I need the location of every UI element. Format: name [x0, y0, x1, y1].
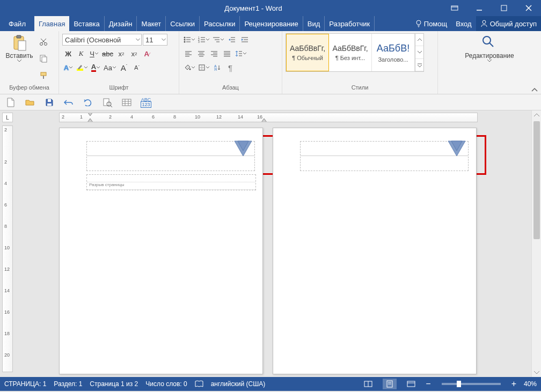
open-button[interactable]	[24, 96, 36, 109]
minimize-button[interactable]	[467, 0, 492, 16]
increase-indent-button[interactable]	[239, 34, 251, 46]
header-region[interactable]	[86, 141, 255, 171]
underline-button[interactable]: Ч	[88, 48, 100, 60]
scroll-up-button[interactable]	[532, 110, 541, 120]
share-button[interactable]: Общий доступ	[476, 16, 541, 31]
numbering-button[interactable]: 123	[197, 34, 210, 46]
show-marks-button[interactable]: ¶	[224, 62, 236, 73]
vertical-scrollbar[interactable]	[531, 110, 541, 377]
sign-in-button[interactable]: Вход	[451, 16, 476, 31]
style-normal[interactable]: АаБбВвГг, ¶ Обычный	[286, 34, 329, 71]
highlight-button[interactable]	[75, 62, 89, 73]
zoom-slider[interactable]	[442, 383, 501, 385]
line-spacing-button[interactable]	[234, 48, 247, 60]
tab-review[interactable]: Рецензирование	[240, 16, 303, 31]
scroll-down-button[interactable]	[532, 367, 541, 377]
page-1[interactable]: Разрыв страницы	[59, 128, 263, 374]
tab-mailings[interactable]: Рассылки	[200, 16, 240, 31]
insert-table-button[interactable]	[120, 96, 133, 109]
zoom-level[interactable]: 40%	[524, 380, 537, 388]
gallery-more-button[interactable]	[415, 59, 423, 71]
change-case-button[interactable]: Aa	[103, 62, 117, 73]
tab-insert[interactable]: Вставка	[69, 16, 104, 31]
redo-button[interactable]	[82, 96, 94, 109]
gallery-down-button[interactable]	[415, 46, 423, 58]
word-count-button[interactable]: ABC123	[140, 96, 152, 109]
table-row: Разрыв страницы	[87, 182, 255, 190]
subscript-button[interactable]: x2	[115, 48, 127, 60]
style-no-spacing[interactable]: АаБбВвГг, ¶ Без инт...	[329, 34, 372, 71]
font-name-select[interactable]: Calibri (Основной	[62, 34, 142, 46]
print-layout-button[interactable]	[383, 379, 397, 389]
sort-button[interactable]: AЯ	[211, 62, 223, 73]
copy-button[interactable]	[38, 53, 49, 64]
tell-me-button[interactable]: Помощ	[411, 16, 451, 31]
multilevel-icon	[213, 36, 220, 43]
maximize-button[interactable]	[492, 0, 516, 16]
tab-file[interactable]: Файл	[0, 16, 34, 31]
bold-button[interactable]: Ж	[62, 48, 74, 60]
status-language[interactable]: английский (США)	[211, 380, 265, 388]
tab-home[interactable]: Главная	[34, 16, 69, 31]
align-left-button[interactable]	[182, 48, 194, 60]
tab-selector[interactable]: L	[2, 113, 13, 122]
chevron-down-icon	[221, 39, 224, 41]
page-2[interactable]	[273, 128, 477, 374]
format-painter-button[interactable]	[38, 70, 49, 82]
clear-formatting-button[interactable]: A∕	[141, 48, 153, 60]
ribbon-display-options-button[interactable]	[442, 0, 467, 16]
status-page-of[interactable]: Страница 1 из 2	[90, 380, 138, 388]
align-center-icon	[198, 50, 205, 57]
align-right-button[interactable]	[208, 48, 220, 60]
ruler-num: 2	[109, 114, 112, 120]
web-layout-button[interactable]	[404, 379, 418, 389]
cut-button[interactable]	[38, 36, 49, 48]
close-button[interactable]	[516, 0, 541, 16]
scroll-thumb[interactable]	[533, 121, 540, 239]
status-page[interactable]: СТРАНИЦА: 1	[4, 380, 46, 388]
right-indent-marker[interactable]	[261, 119, 267, 122]
superscript-button[interactable]: x2	[128, 48, 140, 60]
save-button[interactable]	[43, 96, 56, 109]
grow-font-button[interactable]: Aˆ	[118, 62, 130, 73]
gallery-up-button[interactable]	[415, 34, 423, 46]
undo-button[interactable]	[62, 96, 75, 109]
new-doc-button[interactable]	[4, 96, 17, 109]
zoom-out-button[interactable]: −	[426, 379, 430, 389]
vertical-ruler[interactable]: 2 2 4 6 8 10 12 14 16 18 20	[2, 125, 13, 372]
italic-button[interactable]: К	[75, 48, 87, 60]
text-effects-button[interactable]: A	[62, 62, 74, 73]
bullets-button[interactable]	[182, 34, 196, 46]
zoom-in-button[interactable]: +	[511, 379, 516, 389]
status-spellcheck[interactable]	[195, 380, 203, 388]
print-preview-button[interactable]	[101, 96, 114, 109]
font-color-button[interactable]: A	[90, 62, 101, 73]
tab-references[interactable]: Ссылки	[166, 16, 200, 31]
multilevel-button[interactable]	[211, 34, 225, 46]
header-region[interactable]	[300, 141, 469, 171]
editing-button[interactable]: Редактирование	[457, 33, 522, 84]
decrease-indent-button[interactable]	[226, 34, 238, 46]
align-center-button[interactable]	[195, 48, 207, 60]
paste-button[interactable]: Вставить	[3, 33, 35, 84]
status-section[interactable]: Раздел: 1	[54, 380, 82, 388]
read-mode-button[interactable]	[361, 379, 375, 389]
strikethrough-button[interactable]: abc	[101, 48, 114, 60]
horizontal-ruler[interactable]: 2 1 2 4 6 8 10 12 14 16	[59, 113, 478, 122]
style-heading1[interactable]: АаБбВ! Заголово...	[372, 34, 415, 71]
document-table[interactable]: Разрыв страницы	[86, 174, 256, 190]
font-size-select[interactable]: 11	[143, 34, 167, 46]
borders-button[interactable]	[197, 62, 210, 73]
tab-design[interactable]: Дизайн	[105, 16, 137, 31]
status-word-count[interactable]: Число слов: 0	[145, 380, 187, 388]
collapse-ribbon-button[interactable]	[531, 87, 538, 93]
tab-view[interactable]: Вид	[303, 16, 325, 31]
shrink-font-button[interactable]: Aˇ	[131, 62, 143, 73]
tab-layout[interactable]: Макет	[137, 16, 166, 31]
hanging-indent-marker[interactable]	[87, 119, 93, 122]
first-line-indent-marker[interactable]	[87, 113, 93, 116]
shading-button[interactable]	[182, 62, 196, 73]
justify-button[interactable]	[221, 48, 233, 60]
zoom-slider-handle[interactable]	[457, 381, 461, 387]
tab-developer[interactable]: Разработчик	[325, 16, 375, 31]
